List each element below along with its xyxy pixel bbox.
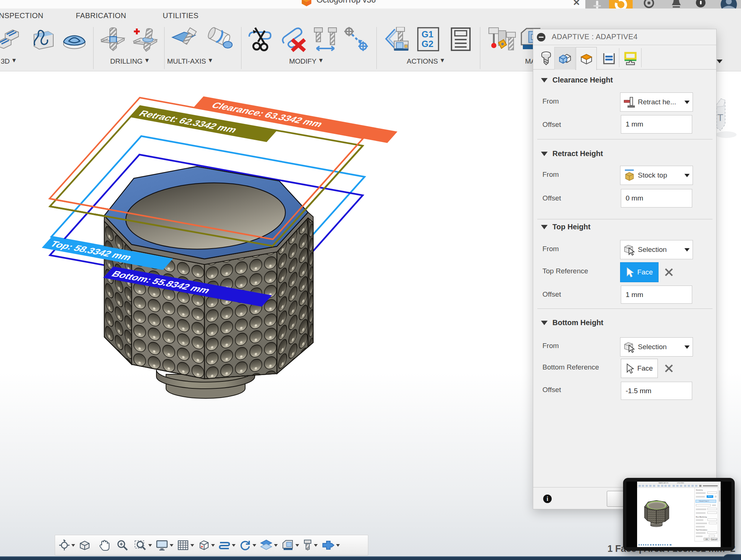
titlebar: OctogonTop v36 ✕: [0, 0, 741, 9]
tab-heights[interactable]: [576, 47, 597, 70]
stock-top-icon: [623, 169, 636, 182]
help-icon[interactable]: [693, 0, 708, 9]
svg-text:G1: G1: [422, 29, 433, 39]
section-clearance-height[interactable]: Clearance Height: [541, 76, 613, 84]
post-nav-button[interactable]: [321, 540, 340, 551]
retract-offset-input[interactable]: 0 mm: [621, 189, 692, 208]
dialog-header[interactable]: ADAPTIVE : ADAPTIVE4: [533, 29, 716, 45]
group-label-3d[interactable]: 3D▾: [1, 57, 16, 65]
refresh-button[interactable]: [239, 539, 256, 551]
simulate-icon[interactable]: [384, 27, 411, 52]
drill-icon[interactable]: [101, 27, 126, 52]
offset-label: Offset: [542, 290, 561, 298]
retract-from-dropdown[interactable]: Stock top: [620, 166, 693, 185]
background-window-corner: [723, 554, 741, 560]
top-reference-face-button[interactable]: Face: [620, 262, 659, 282]
offset-label: Offset: [542, 386, 561, 394]
ribbon-overflow-caret[interactable]: [717, 60, 723, 63]
offset-label: Offset: [542, 194, 561, 202]
from-label: From: [542, 97, 559, 105]
extension-manager-icon[interactable]: [642, 0, 656, 9]
pip-nav-toolbar: [639, 544, 679, 546]
cursor-icon: [626, 363, 635, 374]
pip-model: [642, 497, 673, 531]
model-top-face-selected[interactable]: [104, 166, 308, 259]
post-process-icon[interactable]: G1 G2: [417, 27, 439, 51]
close-icon[interactable]: ✕: [572, 0, 581, 7]
svg-text:G2: G2: [422, 39, 433, 49]
look-at-button[interactable]: [79, 540, 91, 551]
fusion-window: Retract: 62.3342 mm Clearance: 63.3342 m…: [0, 0, 741, 560]
setup-sheet-icon[interactable]: [450, 27, 471, 51]
tab-linking[interactable]: [620, 47, 641, 70]
drill-add-icon[interactable]: [132, 27, 158, 52]
orbit-button[interactable]: [59, 540, 75, 551]
from-label: From: [542, 342, 559, 350]
trim-toolpath-icon[interactable]: [248, 27, 274, 52]
tab-tool[interactable]: [535, 47, 556, 70]
grid-button[interactable]: [177, 540, 194, 551]
3d-morph-icon[interactable]: [61, 27, 87, 51]
steps-button[interactable]: [219, 540, 236, 551]
group-label-modify[interactable]: MODIFY▾: [289, 57, 322, 65]
swarf-icon[interactable]: [171, 27, 200, 51]
job-status-button[interactable]: [609, 0, 633, 9]
rotary-icon[interactable]: [206, 27, 235, 51]
bottom-reference-face-button[interactable]: Face: [621, 359, 658, 378]
bottom-offset-input[interactable]: -1.5 mm: [621, 382, 692, 400]
fit-button[interactable]: [156, 540, 173, 551]
tab-geometry[interactable]: [554, 47, 575, 70]
section-bottom-height[interactable]: Bottom Height: [541, 318, 603, 327]
3d-pocket-icon[interactable]: [31, 27, 55, 51]
navigation-toolbar: [55, 535, 368, 556]
adaptive-dialog: ADAPTIVE : ADAPTIVE4 Clearance H: [533, 29, 717, 509]
viewcube-letter: T: [717, 112, 723, 123]
notifications-bell-icon[interactable]: [668, 0, 684, 9]
pip-ok-button: OK: [704, 538, 710, 540]
clear-bottom-reference-icon[interactable]: [665, 364, 674, 373]
ribbon-tab-inspection[interactable]: INSPECTION: [0, 11, 43, 20]
tool-display-button[interactable]: [303, 539, 318, 551]
dialog-title: ADAPTIVE : ADAPTIVE4: [552, 33, 638, 41]
user-avatar[interactable]: [717, 0, 741, 9]
section-top-height[interactable]: Top Height: [541, 223, 591, 231]
top-offset-input[interactable]: 1 mm: [621, 286, 692, 304]
screen-share-pip[interactable]: FABRICATION UTILITIES: [623, 478, 735, 551]
move-toolpath-icon[interactable]: [313, 27, 339, 52]
group-label-actions[interactable]: ACTIONS▾: [407, 57, 444, 65]
viewports-button[interactable]: [198, 539, 215, 551]
info-icon[interactable]: i: [543, 495, 552, 503]
pip-content: FABRICATION UTILITIES: [637, 482, 721, 547]
clearance-from-dropdown[interactable]: Retract he...: [620, 92, 693, 112]
selection-icon: [623, 243, 636, 256]
clearance-offset-input[interactable]: 1 mm: [621, 115, 692, 134]
chevron-down-icon: [684, 101, 690, 104]
section-retract-height[interactable]: Retract Height: [541, 149, 603, 158]
tab-passes[interactable]: [598, 47, 619, 70]
3d-steep-and-shallow-icon[interactable]: [0, 27, 21, 51]
bottom-from-dropdown[interactable]: Selection: [620, 337, 693, 357]
top-from-dropdown[interactable]: Selection: [620, 240, 693, 259]
chevron-down-icon: [684, 174, 690, 177]
chevron-down-icon: [684, 248, 690, 252]
zoom-button[interactable]: [116, 539, 128, 551]
ribbon-tab-utilities[interactable]: UTILITIES: [163, 11, 199, 20]
clear-top-reference-icon[interactable]: [665, 268, 674, 277]
group-label-multiaxis[interactable]: MULTI-AXIS▾: [167, 57, 212, 65]
zoom-window-button[interactable]: [134, 539, 152, 551]
tool-library-icon[interactable]: [487, 27, 518, 54]
collapse-triangle-icon: [541, 78, 548, 82]
selection-icon: [623, 341, 636, 353]
viewcube[interactable]: T: [715, 97, 741, 145]
machine-display-button[interactable]: [281, 539, 299, 551]
collapse-icon[interactable]: [537, 33, 545, 41]
pip-ribbon: FABRICATION UTILITIES: [637, 482, 721, 488]
visual-style-button[interactable]: [260, 539, 278, 551]
group-label-drilling[interactable]: DRILLING▾: [110, 57, 149, 65]
pip-panel: Geometry Select Closed Chain 1 Rest Mach…: [694, 488, 718, 542]
extensions-button[interactable]: [585, 0, 609, 9]
delete-toolpath-icon[interactable]: [281, 27, 308, 52]
pan-button[interactable]: [99, 539, 110, 551]
link-toolpath-icon[interactable]: [343, 27, 370, 52]
ribbon-tab-fabrication[interactable]: FABRICATION: [76, 11, 126, 20]
